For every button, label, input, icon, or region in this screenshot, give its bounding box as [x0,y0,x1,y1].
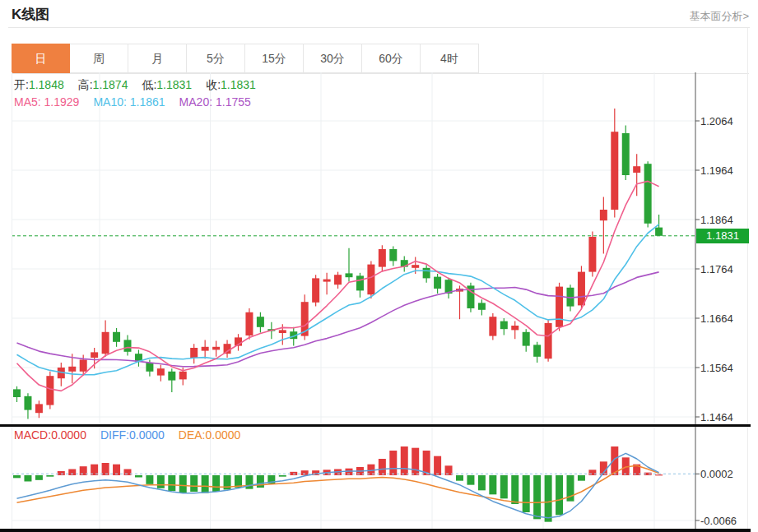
ma10-value: 1.1861 [130,95,165,109]
close-label: 收: [206,78,221,91]
dea-label: DEA: [179,428,206,442]
high-value: 1.1874 [93,78,128,91]
y-axis-label: 1.1964 [700,164,733,177]
y-axis-label: 0.0002 [700,468,733,480]
bottom-border [0,529,751,532]
macd-readout: MACD:0.0000DIFF:0.0000DEA:0.0000 [14,428,254,442]
diff-value: 0.0000 [129,428,165,442]
diff-label: DIFF: [100,428,129,442]
close-value: 1.1831 [221,78,256,91]
current-price-badge: 1.1831 [696,229,749,243]
y-axis-label: 1.1564 [700,362,733,374]
ma20-value: 1.1755 [216,95,251,109]
y-axis-label: 1.1864 [700,214,733,226]
ma-readout: MA5: 1.1929MA10: 1.1861MA20: 1.1755 [14,95,265,109]
low-value: 1.1831 [156,78,192,91]
kline-widget: K线图 基本面分析> 日周月5分15分30分60分4时 开:1.1848高:1.… [0,0,758,532]
y-axis-label: 1.1464 [700,411,733,423]
high-label: 高: [78,78,93,91]
macd-value: 0.0000 [51,428,86,442]
ma5-label: MA5: [14,95,41,109]
macd-label: MACD: [14,428,51,442]
open-label: 开: [14,78,29,91]
ma5-value: 1.1929 [44,95,80,109]
ohlc-readout: 开:1.1848高:1.1874低:1.1831收:1.1831 [14,78,270,93]
open-value: 1.1848 [29,78,64,91]
dea-value: 0.0000 [205,428,240,442]
y-axis-label: -0.0066 [700,514,737,526]
ma20-label: MA20: [179,95,212,109]
y-axis-label: 1.2064 [700,115,733,127]
y-axis-label: 1.1764 [700,263,733,275]
low-label: 低: [142,78,156,91]
ma10-label: MA10: [93,95,126,109]
y-axis-label: 1.1664 [700,312,733,325]
panel-divider [0,424,751,427]
